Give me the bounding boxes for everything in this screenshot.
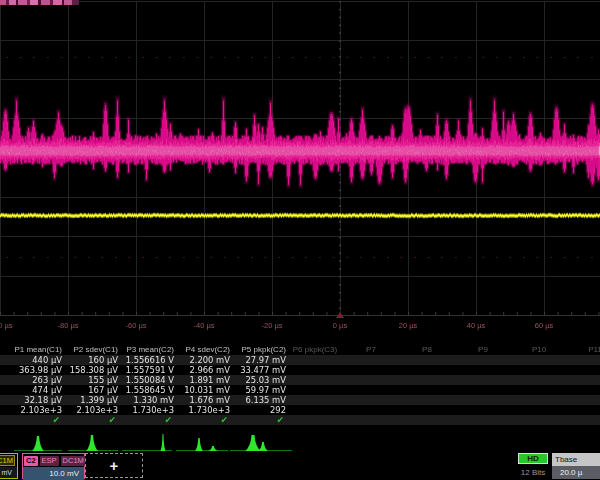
status-check: ✔ [176, 415, 232, 425]
table-cell: 1.558645 V [120, 385, 176, 395]
table-cell: 1.399 µV [64, 395, 120, 405]
table-cell: 33.477 mV [232, 365, 288, 375]
table-cell: 2.103e+3 [8, 405, 64, 415]
status-check: ✔ [120, 415, 176, 425]
table-row: 263 µV155 µV1.550084 V1.891 mV25.03 mV [0, 375, 600, 385]
hd-bits-label: 12 Bits [512, 468, 554, 477]
table-cell: 27.97 mV [232, 355, 288, 365]
table-row: ✔✔✔✔✔ [0, 415, 600, 425]
table-cell: 474 µV [8, 385, 64, 395]
measure-table: P1 mean(C1)P2 sdev(C1)P3 mean(C2)P4 sdev… [0, 345, 600, 425]
time-axis-label: 40 µs [467, 321, 486, 330]
table-cell: 158.308 µV [64, 365, 120, 375]
time-axis-label: -40 µs [194, 321, 215, 330]
table-cell: 1.730e+3 [120, 405, 176, 415]
table-cell: 1.891 mV [176, 375, 232, 385]
trigger-position-marker[interactable] [336, 312, 344, 318]
table-cell: 1.550084 V [120, 375, 176, 385]
table-header-cell: P7 [344, 345, 400, 355]
table-cell: 10.031 mV [176, 385, 232, 395]
clipped-label-fragment [0, 0, 79, 5]
table-row: 32.18 µV1.399 µV1.330 mV1.676 mV6.135 mV [0, 395, 600, 405]
table-cell: 6.135 mV [232, 395, 288, 405]
table-row: 440 µV160 µV1.556616 V2.200 mV27.97 mV [0, 355, 600, 365]
table-cell: 160 µV [64, 355, 120, 365]
table-header-cell: P3 mean(C2) [120, 345, 176, 355]
table-header-cell: P10 [512, 345, 568, 355]
add-trace-button[interactable]: + [85, 453, 143, 478]
table-row: P1 mean(C1)P2 sdev(C1)P3 mean(C2)P4 sdev… [0, 345, 600, 355]
status-check: ✔ [64, 415, 120, 425]
timebase-descriptor[interactable]: Tbase 20.0 µ [552, 453, 600, 479]
table-header-cell: P1 mean(C1) [8, 345, 64, 355]
table-row: 363.98 µV158.308 µV1.557591 V2.966 mV33.… [0, 365, 600, 375]
hd-mode-badge: HD [518, 453, 548, 464]
c1-scale-value: 0 mV [0, 467, 17, 478]
plus-icon: + [110, 457, 119, 474]
table-cell: 2.966 mV [176, 365, 232, 375]
table-header-cell: P9 [456, 345, 512, 355]
time-axis-label: -80 µs [58, 321, 79, 330]
table-row: 2.103e+32.103e+31.730e+31.730e+3292 [0, 405, 600, 415]
channel-c1-descriptor[interactable]: C1M 0 mV [0, 453, 18, 479]
table-cell: 263 µV [8, 375, 64, 385]
table-cell: 292 [232, 405, 288, 415]
histicons-canvas [0, 428, 310, 452]
table-cell: 2.103e+3 [64, 405, 120, 415]
time-axis-label: 0 µs [333, 321, 347, 330]
timebase-label: Tbase [552, 453, 600, 466]
time-axis-label: 60 µs [535, 321, 554, 330]
waveform-plot[interactable] [0, 0, 600, 320]
table-cell: 1.557591 V [120, 365, 176, 375]
table-header-cell: P8 [400, 345, 456, 355]
table-row: 474 µV167 µV1.558645 V10.031 mV59.97 mV [0, 385, 600, 395]
c2-channel-badge: C2 [24, 456, 38, 466]
table-cell: 25.03 mV [232, 375, 288, 385]
table-header-cell: P5 pkpk(C2) [232, 345, 288, 355]
table-cell: 2.200 mV [176, 355, 232, 365]
timebase-value: 20.0 µ [552, 466, 600, 479]
c2-esp-badge: ESP [40, 456, 59, 466]
c2-coupling-badge: DC1M [61, 456, 86, 466]
time-axis-label: -60 µs [126, 321, 147, 330]
table-cell: 155 µV [64, 375, 120, 385]
oscilloscope-screen: -100 µs-80 µs-60 µs-40 µs-20 µs0 µs20 µs… [0, 0, 600, 480]
status-check: ✔ [8, 415, 64, 425]
table-header-cell: P11 [568, 345, 600, 355]
table-header-cell: P2 sdev(C1) [64, 345, 120, 355]
status-check: ✔ [232, 415, 288, 425]
table-cell: 1.330 mV [120, 395, 176, 405]
table-cell: 1.676 mV [176, 395, 232, 405]
table-cell: 59.97 mV [232, 385, 288, 395]
time-axis-label: -20 µs [262, 321, 283, 330]
table-cell: 363.98 µV [8, 365, 64, 375]
table-cell: 1.730e+3 [176, 405, 232, 415]
table-cell: 440 µV [8, 355, 64, 365]
channel-c2-descriptor[interactable]: C2 ESP DC1M 10.0 mV [22, 453, 85, 479]
c2-scale-value: 10.0 mV [23, 467, 84, 480]
table-cell: 1.556616 V [120, 355, 176, 365]
table-cell: 167 µV [64, 385, 120, 395]
c1-coupling-badge: C1M [0, 455, 15, 466]
table-header-cell: P4 sdev(C2) [176, 345, 232, 355]
table-cell: 32.18 µV [8, 395, 64, 405]
time-axis-label: 20 µs [399, 321, 418, 330]
table-header-cell: P6 pkpk(C3) [288, 345, 344, 355]
time-axis-label: -100 µs [0, 321, 13, 330]
